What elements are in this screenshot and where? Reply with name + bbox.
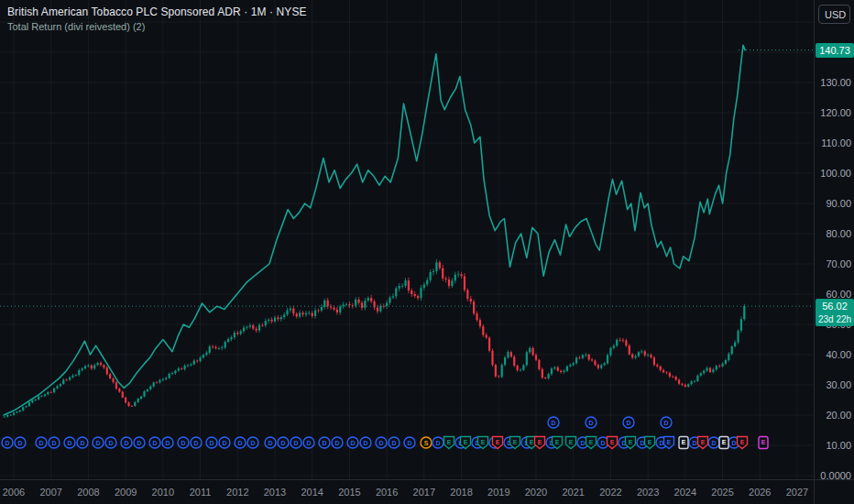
svg-text:E: E [610,439,615,445]
dividend-marker[interactable]: D [376,437,387,448]
dividend-marker[interactable]: D [93,437,104,448]
svg-text:D: D [306,440,311,446]
price-axis-label: 90.00 [815,198,851,209]
dividend-marker[interactable]: D [278,437,289,448]
svg-text:E: E [648,439,652,445]
last-price-badge: 56.0223d 22h [816,299,854,326]
time-axis-label: 2010 [148,487,179,498]
earnings-marker[interactable]: E [566,437,576,449]
dividend-marker[interactable]: D [347,437,358,448]
price-chart-pane[interactable]: DDDDDDDDDDDDDDDDDDDDDDDDDDDDDSDDDDDDDDDD… [0,0,814,479]
svg-text:D: D [391,440,396,446]
dividend-marker[interactable]: D [162,437,173,448]
svg-text:D: D [165,440,170,446]
currency-toggle-button[interactable]: USD [818,5,850,24]
time-axis-label: 2025 [707,487,739,498]
earnings-marker[interactable]: E [679,437,688,449]
dividend-marker[interactable]: D [247,437,258,448]
svg-text:D: D [692,440,696,446]
svg-text:D: D [193,440,198,446]
svg-text:D: D [580,440,585,446]
time-axis-label: 2015 [334,487,365,498]
earnings-marker[interactable]: E [698,437,708,449]
time-axis-label: 2017 [409,487,440,498]
price-axis-label: 80.00 [815,228,851,239]
dividend-marker[interactable]: D [623,417,634,428]
svg-text:E: E [629,439,633,445]
price-axis-label: 110.00 [815,137,851,148]
earnings-marker[interactable]: E [444,437,454,449]
time-axis-label: 2022 [595,487,626,498]
price-axis-label: 30.00 [815,379,851,390]
total-return-line-series[interactable] [4,45,745,415]
dividend-marker[interactable]: D [121,437,132,448]
dividend-marker[interactable]: D [265,437,276,448]
svg-text:E: E [589,439,594,445]
price-axis-label: 20.00 [815,410,851,421]
dividend-marker[interactable]: D [191,437,202,448]
dividend-marker[interactable]: D [319,437,330,448]
dividend-marker[interactable]: D [105,437,116,448]
svg-text:D: D [280,440,285,446]
dividend-marker[interactable]: D [389,437,400,448]
dividend-marker[interactable]: D [360,437,371,448]
svg-text:E: E [761,439,766,445]
svg-text:E: E [481,439,486,445]
dividend-marker[interactable]: D [235,437,246,448]
price-axis[interactable]: USD 130.00120.00110.00100.0090.0080.0070… [814,0,854,479]
svg-text:D: D [67,440,71,446]
earnings-marker[interactable]: E [719,437,728,449]
earnings-marker[interactable]: E [738,437,748,449]
axis-corner [814,479,854,504]
svg-text:D: D [711,440,716,446]
dividend-marker[interactable]: D [661,417,672,428]
svg-text:E: E [464,439,468,445]
split-marker[interactable]: S [421,437,432,448]
bar-countdown: 23d 22h [816,313,854,325]
dividend-marker[interactable]: D [49,437,60,448]
dividend-marker[interactable]: D [206,437,217,448]
dividend-marker[interactable]: D [64,437,75,448]
dividend-marker[interactable]: D [15,437,26,448]
dividend-marker[interactable]: D [149,437,160,448]
price-axis-label: 130.00 [815,77,851,88]
svg-text:E: E [701,439,706,445]
dividend-marker[interactable]: D [36,437,47,448]
last-price-badge: 140.73 [816,43,854,58]
earnings-marker[interactable]: E [759,437,768,449]
event-markers[interactable]: DDDDDDDDDDDDDDDDDDDDDDDDDDDDDSDDDDDDDDDD… [2,417,768,449]
dividend-marker[interactable]: D [2,437,13,448]
dividend-marker[interactable]: D [586,417,597,428]
svg-text:D: D [80,440,84,446]
dividend-marker[interactable]: D [548,417,559,428]
earnings-marker[interactable]: E [608,437,618,449]
svg-text:D: D [209,440,214,446]
time-axis-label: 2007 [36,487,67,498]
dividend-marker[interactable]: D [432,437,443,448]
price-axis-label: 70.00 [815,258,851,269]
time-axis-label: 2019 [483,487,514,498]
svg-text:E: E [569,439,574,445]
dividend-marker[interactable]: D [77,437,88,448]
price-axis-label: 100.00 [815,168,851,179]
candlestick-series[interactable] [4,259,746,418]
dividend-marker[interactable]: D [290,437,301,448]
svg-text:D: D [152,440,157,446]
svg-text:E: E [555,439,560,445]
time-axis[interactable]: 2006200720082009201020112012201320142015… [0,479,814,504]
dividend-marker[interactable]: D [134,437,145,448]
dividend-marker[interactable]: D [303,437,314,448]
dividend-marker[interactable]: D [332,437,343,448]
svg-text:E: E [740,439,745,445]
svg-text:D: D [293,440,298,446]
time-axis-label: 2024 [670,487,701,498]
time-axis-label: 2008 [72,487,104,498]
earnings-marker[interactable]: E [586,437,597,449]
grid [0,0,814,479]
time-axis-label: 2020 [520,487,552,498]
dividend-marker[interactable]: D [708,437,719,448]
dividend-marker[interactable]: D [219,437,230,448]
dividend-marker[interactable]: D [178,437,189,448]
dividend-marker[interactable]: D [404,437,415,448]
svg-text:E: E [447,439,452,445]
